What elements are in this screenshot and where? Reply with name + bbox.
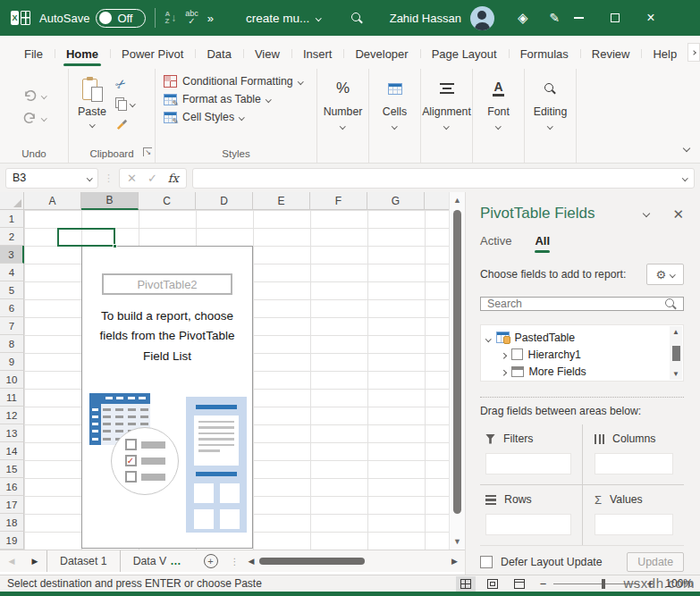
button-format-as-table[interactable]: Format as Table (164, 93, 316, 105)
row-header-6[interactable]: 6 (0, 299, 24, 317)
expand-icon[interactable] (502, 348, 506, 361)
account-control[interactable]: Zahid Hassan (390, 6, 494, 30)
scroll-right-icon[interactable]: ▶ (451, 557, 458, 566)
page-layout-view-button[interactable] (483, 576, 502, 592)
zoom-in-button[interactable]: + (646, 578, 654, 590)
cancel-button[interactable]: ✕ (127, 172, 137, 185)
values-drop-zone[interactable] (595, 514, 673, 535)
tools-button[interactable]: ⚙ (646, 264, 684, 285)
filters-drop-zone[interactable] (485, 453, 571, 474)
field-list-scrollbar[interactable]: ▲ ▼ (670, 326, 682, 380)
page-break-view-button[interactable] (510, 576, 529, 592)
feedback-pen-icon[interactable]: ✎ (549, 11, 560, 25)
grip-dots-icon[interactable]: ⋮ (104, 173, 114, 183)
field-item-more-fields[interactable]: More Fields (486, 363, 667, 380)
field-search-input[interactable] (487, 298, 660, 310)
search-icon[interactable] (351, 13, 363, 24)
sheet-nav-left-icon[interactable]: ◀ (0, 557, 23, 566)
copy-button[interactable] (115, 97, 135, 110)
ribbon-tab-power-pivot[interactable]: Power Pivot (110, 40, 195, 69)
zoom-slider[interactable] (553, 583, 639, 584)
avatar[interactable] (470, 6, 494, 30)
format-painter-icon[interactable] (115, 117, 129, 130)
column-header-partial[interactable] (425, 192, 449, 210)
filters-area[interactable]: Filters (480, 424, 582, 485)
new-sheet-button[interactable]: + (204, 554, 218, 568)
undo-button[interactable] (22, 89, 46, 103)
vertical-scroll-thumb[interactable] (453, 210, 461, 514)
document-title[interactable]: create mu... (246, 12, 321, 25)
cut-icon[interactable]: ✂ (113, 76, 129, 92)
collapse-ribbon-button[interactable] (684, 141, 689, 154)
update-button[interactable]: Update (627, 552, 684, 572)
sheet-tab-data-v[interactable]: Data V … (120, 550, 195, 572)
ribbon-tab-formulas[interactable]: Formulas (509, 40, 580, 69)
ribbon-tab-home[interactable]: Home (55, 40, 110, 69)
sort-az-icon[interactable]: AZ ↓ (164, 11, 176, 25)
column-header-d[interactable]: D (196, 192, 253, 210)
rows-area[interactable]: Rows (480, 485, 582, 545)
redo-button[interactable] (22, 112, 46, 125)
normal-view-button[interactable] (456, 576, 476, 592)
minimize-button[interactable] (574, 17, 584, 19)
pane-options-chevron-icon[interactable] (643, 210, 650, 217)
tab-all[interactable]: All (535, 234, 550, 253)
ribbon-tab-review[interactable]: Review (580, 40, 642, 69)
maximize-button[interactable] (611, 13, 620, 22)
ribbon-tab-view[interactable]: View (243, 40, 291, 69)
row-header-7[interactable]: 7 (0, 317, 24, 335)
columns-area[interactable]: Columns (582, 424, 684, 485)
paste-button[interactable]: Paste (69, 69, 115, 145)
fill-handle[interactable] (113, 244, 117, 248)
sheet-nav-right-icon[interactable]: ▶ (23, 557, 46, 566)
row-header-17[interactable]: 17 (0, 496, 24, 514)
zoom-out-button[interactable]: − (540, 578, 547, 590)
row-header-12[interactable]: 12 (0, 407, 24, 424)
column-header-a[interactable]: A (24, 192, 81, 210)
expand-icon[interactable] (502, 365, 506, 378)
row-header-16[interactable]: 16 (0, 478, 24, 496)
column-header-g[interactable]: G (367, 192, 425, 210)
row-header-5[interactable]: 5 (0, 281, 24, 299)
ribbon-tab-insert[interactable]: Insert (291, 40, 344, 69)
zoom-level[interactable]: 100% (662, 577, 693, 590)
group-font[interactable]: AFont (473, 69, 525, 163)
close-button[interactable]: × (646, 11, 654, 25)
row-header-9[interactable]: 9 (0, 353, 24, 371)
horizontal-scrollbar[interactable]: ◀ ▶ (249, 557, 458, 566)
scroll-left-icon[interactable]: ◀ (249, 557, 255, 566)
group-alignment[interactable]: Alignment (421, 69, 473, 163)
row-header-1[interactable]: 1 (0, 210, 24, 228)
field-checkbox[interactable] (511, 348, 523, 360)
row-header-4[interactable]: 4 (0, 264, 24, 281)
zoom-slider-thumb[interactable] (602, 579, 605, 589)
defer-layout-checkbox[interactable] (480, 556, 493, 568)
scroll-up-icon[interactable]: ▲ (672, 328, 679, 336)
row-header-8[interactable]: 8 (0, 335, 24, 353)
grip-dots-icon[interactable]: ⋮ (231, 557, 240, 567)
row-header-19[interactable]: 19 (0, 532, 24, 550)
rows-drop-zone[interactable] (485, 514, 571, 535)
name-box[interactable]: B3 (5, 168, 98, 189)
tab-overflow-button[interactable] (687, 43, 700, 62)
field-item-hierarchy1[interactable]: Hierarchy1 (486, 346, 667, 363)
excel-app-icon[interactable]: X (11, 9, 30, 27)
expand-formula-bar-icon[interactable] (682, 175, 687, 180)
field-item-pastedtable[interactable]: PastedTable (486, 329, 667, 346)
collapse-icon[interactable] (486, 332, 491, 344)
enter-button[interactable]: ✓ (148, 172, 157, 185)
horizontal-scroll-thumb[interactable] (259, 558, 365, 565)
column-header-c[interactable]: C (139, 192, 196, 210)
group-cells[interactable]: Cells (369, 69, 421, 163)
columns-drop-zone[interactable] (595, 453, 673, 474)
button-conditional-formatting[interactable]: Conditional Formatting (164, 75, 316, 88)
sheet-tab-dataset-1[interactable]: Dataset 1 (46, 550, 120, 572)
insert-function-button[interactable]: fx (168, 172, 179, 185)
tab-active[interactable]: Active (480, 234, 511, 253)
row-header-3[interactable]: 3 (0, 246, 24, 264)
row-header-11[interactable]: 11 (0, 389, 24, 407)
column-header-e[interactable]: E (253, 192, 310, 210)
button-cell-styles[interactable]: Cell Styles (164, 111, 316, 123)
pane-close-icon[interactable]: ✕ (672, 207, 684, 221)
scroll-up-icon[interactable]: ▲ (450, 192, 465, 208)
